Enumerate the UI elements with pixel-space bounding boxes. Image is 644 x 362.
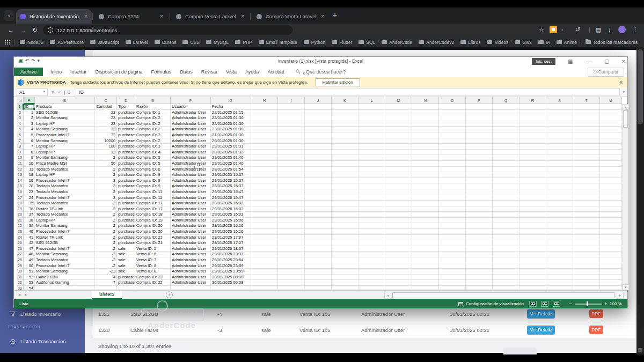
cell[interactable] — [385, 132, 412, 138]
cell[interactable] — [251, 201, 278, 206]
cell[interactable]: purchase — [117, 110, 135, 116]
cell[interactable] — [412, 138, 439, 144]
cell[interactable]: Laptop HP — [35, 150, 95, 156]
cell[interactable] — [385, 206, 412, 212]
cell[interactable] — [305, 195, 332, 201]
cell[interactable] — [358, 155, 385, 161]
row-header[interactable]: 20 — [17, 212, 24, 218]
cell[interactable] — [519, 286, 546, 290]
cell[interactable] — [358, 132, 385, 138]
zoom-slider-thumb[interactable] — [587, 301, 588, 306]
cell[interactable]: Administrador User — [171, 218, 211, 224]
bookmark-item[interactable]: Videos — [487, 40, 508, 45]
cell[interactable] — [412, 189, 439, 195]
bookmark-star-icon[interactable]: ☆ — [539, 26, 544, 33]
cell[interactable]: 29/01/2025 16:02 — [211, 206, 251, 212]
cell[interactable] — [439, 167, 466, 173]
cell[interactable]: Administrador User — [171, 240, 211, 246]
cell[interactable] — [278, 263, 305, 269]
cell[interactable] — [278, 246, 305, 252]
cell[interactable]: Teclado Mecánico — [35, 212, 95, 218]
cell[interactable] — [546, 110, 573, 116]
cell[interactable] — [305, 218, 332, 224]
cell[interactable] — [305, 110, 332, 116]
cell[interactable] — [439, 252, 466, 257]
cell[interactable] — [493, 195, 519, 201]
cell[interactable] — [493, 229, 519, 235]
cell[interactable]: Compra ID: 5 — [135, 161, 171, 167]
formula-input[interactable]: ID — [76, 88, 620, 96]
cell[interactable] — [493, 280, 519, 286]
cell[interactable]: Router TP-Link — [35, 206, 95, 212]
cell[interactable] — [305, 201, 332, 206]
cell[interactable] — [600, 235, 622, 241]
column-header-I[interactable]: I — [278, 97, 305, 104]
cell[interactable]: 53 — [24, 280, 35, 286]
cell[interactable] — [546, 195, 573, 201]
cell[interactable] — [573, 115, 600, 121]
cell[interactable] — [117, 286, 135, 290]
cell[interactable] — [385, 229, 412, 235]
cell[interactable] — [439, 189, 466, 195]
cell[interactable] — [573, 257, 600, 263]
browser-tab[interactable]: Compra #224× — [94, 9, 167, 24]
cell[interactable] — [600, 110, 622, 116]
bookmark-item[interactable]: Email Template — [259, 40, 297, 45]
cell[interactable]: 29/01/2025 01:54 — [211, 167, 251, 173]
cell[interactable]: Teclado Mecánico — [35, 257, 95, 263]
cell[interactable] — [385, 252, 412, 257]
cell[interactable]: Compra ID: 9 — [135, 172, 171, 178]
cell[interactable]: 29/01/2025 16:06 — [211, 218, 251, 224]
cell[interactable]: Procesador Intel i7 — [35, 246, 95, 252]
cell[interactable] — [573, 263, 600, 269]
cell[interactable] — [412, 269, 439, 275]
cell[interactable]: sale — [117, 252, 135, 257]
cell[interactable] — [600, 104, 622, 110]
column-header-P[interactable]: P — [466, 97, 493, 104]
column-header-E[interactable]: E — [135, 97, 171, 104]
cell[interactable] — [493, 206, 519, 212]
cell[interactable] — [385, 121, 412, 127]
menu-kebab-icon[interactable]: ⋮ — [632, 26, 638, 33]
cell[interactable] — [251, 127, 278, 132]
cell[interactable]: Compra ID: 20 — [135, 229, 171, 235]
cell[interactable] — [493, 183, 519, 189]
cell[interactable]: 41 — [24, 235, 35, 241]
cell[interactable]: 48 — [24, 252, 35, 257]
cell[interactable]: 38 — [24, 218, 35, 224]
column-header-T[interactable]: T — [573, 97, 600, 104]
excel-title-bar[interactable]: ▣↶↷▾ inventario (1).xlsx [Vista protegid… — [14, 57, 627, 67]
cell[interactable] — [519, 229, 546, 235]
cell[interactable] — [305, 183, 332, 189]
cell[interactable]: Teclado Mecánico — [35, 201, 95, 206]
cell[interactable]: purchase — [117, 155, 135, 161]
browser-tab[interactable]: Historial de Inventario× — [16, 9, 92, 24]
cell[interactable] — [305, 144, 332, 150]
cell[interactable] — [546, 167, 573, 173]
download-icon[interactable]: ↓ — [608, 26, 611, 33]
cell[interactable] — [519, 212, 546, 218]
cell[interactable] — [493, 263, 519, 269]
cell[interactable] — [439, 206, 466, 212]
cell[interactable]: 2 — [95, 167, 117, 173]
cell[interactable]: Compra ID: 11 — [135, 189, 171, 195]
row-header[interactable]: 33 — [17, 286, 24, 290]
cell[interactable] — [466, 235, 493, 241]
cell[interactable]: 29/01/2025 16:10 — [211, 223, 251, 229]
cell[interactable]: purchase — [117, 189, 135, 195]
row-header[interactable]: 9 — [17, 150, 24, 156]
cell[interactable] — [332, 104, 358, 110]
cell[interactable]: purchase — [117, 275, 135, 280]
pdf-button[interactable]: PDF — [589, 326, 603, 334]
cell[interactable]: Administrador User — [171, 138, 211, 144]
excel-vertical-scrollbar[interactable]: ▲ ▼ — [622, 104, 628, 290]
enable-editing-button[interactable]: Habilitar edición — [316, 78, 360, 86]
cell[interactable] — [305, 104, 332, 110]
cell[interactable] — [573, 280, 600, 286]
reload-icon[interactable]: ↻ — [32, 26, 38, 34]
cell[interactable]: Administrador User — [171, 206, 211, 212]
cell[interactable] — [385, 235, 412, 241]
row-header[interactable]: 22 — [17, 223, 24, 229]
cell[interactable] — [439, 275, 466, 280]
cell[interactable]: 29/01/2025 18:57 — [211, 246, 251, 252]
